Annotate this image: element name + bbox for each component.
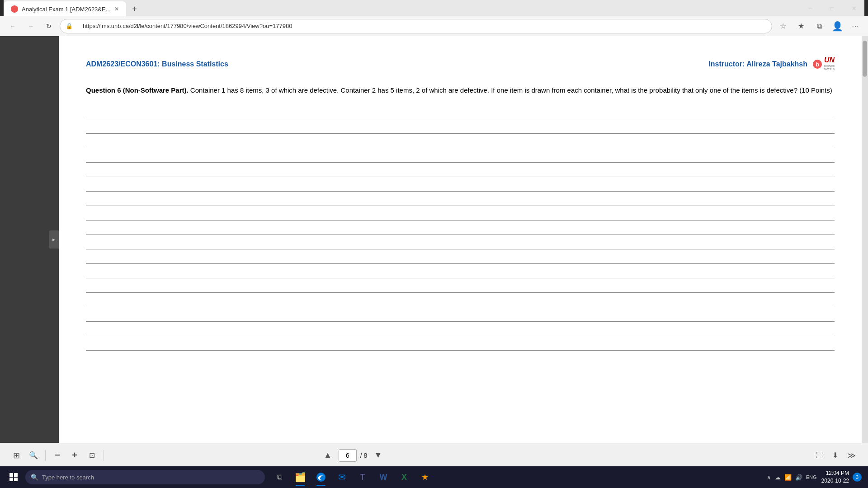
answer-line [86,322,835,336]
edge-icon [316,472,326,483]
answer-line [86,235,835,249]
notification-count: 3 [856,474,859,480]
close-button[interactable]: ✕ [844,0,864,17]
pdf-fit-page-button[interactable]: ⊡ [85,448,99,463]
tab-close-button[interactable]: ✕ [114,6,119,12]
svg-rect-8 [14,478,18,481]
teams-button[interactable]: T [353,467,373,487]
pdf-thumbnail-button[interactable]: ⊞ [9,448,24,463]
profile-icon[interactable]: 👤 [830,19,844,33]
answer-line [86,307,835,322]
question-label: Question 6 (Non-Software Part). [86,86,189,94]
svg-rect-7 [9,478,13,481]
file-explorer-button[interactable]: 🗂️ [290,467,310,487]
answer-line [86,163,835,177]
address-input[interactable] [75,19,766,33]
tray-icons: ∧ ☁ 📶 🔊 ENG [766,473,818,482]
windows-logo-icon [9,473,18,481]
reading-list-icon[interactable]: ★ [794,19,808,33]
course-title: ADM2623/ECON3601: Business Statistics [86,60,228,68]
answer-line [86,177,835,192]
task-view-button[interactable]: ⧉ [269,467,289,487]
pdf-more-button[interactable]: ≫ [844,448,859,463]
clock-date: 2020-10-22 [821,477,849,485]
pdf-next-page-button[interactable]: ▼ [371,448,385,463]
pdf-right-buttons: ⛶ ⬇ ≫ [812,448,859,463]
page-total: / 8 [360,452,368,459]
answer-line [86,249,835,264]
refresh-button[interactable]: ↻ [42,19,56,33]
page-number-input[interactable] [339,449,357,462]
search-icon: 🔍 [31,474,38,481]
expand-tray-icon[interactable]: ∧ [766,473,772,482]
answer-line [86,336,835,351]
word-button[interactable]: W [373,467,393,487]
system-tray: ∧ ☁ 📶 🔊 ENG 12:04 PM 2020-10-22 3 [766,469,865,485]
back-button[interactable]: ← [5,19,20,33]
app-button[interactable]: ★ [415,467,435,487]
pdf-zoom-out-button[interactable]: − [50,448,65,463]
start-button[interactable] [3,466,24,488]
answer-line [86,278,835,293]
scroll-thumb[interactable] [863,41,867,77]
svg-text:NEW BRUNSWICK: NEW BRUNSWICK [824,67,835,70]
taskbar-search-bar[interactable]: 🔍 Type here to search [25,470,265,484]
cloud-icon[interactable]: ☁ [774,473,782,482]
lock-icon: 🔒 [66,23,73,29]
teams-icon: T [360,473,365,482]
active-tab[interactable]: Analytical Exam 1 [ADM2623&E... ✕ [4,1,126,17]
clock-time: 12:04 PM [821,469,849,477]
doc-header: ADM2623/ECON3601: Business Statistics In… [86,54,835,74]
question-body: Container 1 has 8 items, 3 of which are … [189,86,832,94]
pdf-separator-2 [104,450,104,461]
answer-line [86,192,835,206]
notification-badge[interactable]: 3 [853,473,862,482]
excel-icon: X [401,473,407,482]
system-clock[interactable]: 12:04 PM 2020-10-22 [821,469,849,485]
edge-browser-button[interactable] [311,467,331,487]
forward-button[interactable]: → [24,19,38,33]
collections-icon[interactable]: ⧉ [812,19,826,33]
search-placeholder-text: Type here to search [42,474,94,481]
doc-page: ADM2623/ECON3601: Business Statistics In… [59,36,862,369]
pdf-zoom-in-button[interactable]: + [67,448,82,463]
file-explorer-icon: 🗂️ [295,472,306,483]
scrollbar[interactable] [862,36,868,443]
volume-icon[interactable]: 🔊 [794,473,803,482]
question-text: Question 6 (Non-Software Part). Containe… [86,85,835,96]
answer-line [86,293,835,307]
pdf-fullscreen-button[interactable]: ⛶ [812,448,826,463]
sidebar-toggle-button[interactable]: ▸ [49,230,59,249]
lang-indicator[interactable]: ENG [805,474,818,481]
svg-text:b: b [816,61,819,68]
more-options-icon[interactable]: ⋯ [848,19,863,33]
svg-point-9 [316,473,326,482]
minimize-button[interactable]: ─ [800,0,821,17]
pdf-prev-page-button[interactable]: ▲ [321,448,335,463]
answer-line [86,105,835,119]
answer-line [86,221,835,235]
unb-logo-svg: b UNB UNIVERSITY OF NEW BRUNSWICK [812,54,835,74]
answer-lines [86,105,835,351]
document-area: ADM2623/ECON3601: Business Statistics In… [59,36,862,443]
svg-rect-5 [9,473,13,477]
svg-text:UNB: UNB [824,56,835,64]
new-tab-button[interactable]: + [128,2,142,16]
answer-line [86,264,835,278]
outlook-icon: ✉ [338,472,346,483]
pdf-search-button[interactable]: 🔍 [26,448,41,463]
maximize-button[interactable]: □ [822,0,843,17]
answer-line [86,148,835,163]
excel-button[interactable]: X [394,467,414,487]
app-icon: ★ [421,472,429,482]
outlook-button[interactable]: ✉ [332,467,352,487]
pdf-separator-1 [45,450,46,461]
wifi-icon[interactable]: 📶 [783,473,793,482]
answer-line [86,119,835,134]
pdf-download-button[interactable]: ⬇ [828,448,843,463]
taskbar-app-icons: ⧉ 🗂️ ✉ T W [269,467,435,487]
pdf-toolbar: ⊞ 🔍 − + ⊡ ▲ / 8 ▼ ⛶ ⬇ ≫ [0,444,868,466]
svg-rect-6 [14,473,18,477]
instructor-name: Instructor: Alireza Tajbakhsh [708,60,807,68]
favorites-star-icon[interactable]: ☆ [776,19,790,33]
